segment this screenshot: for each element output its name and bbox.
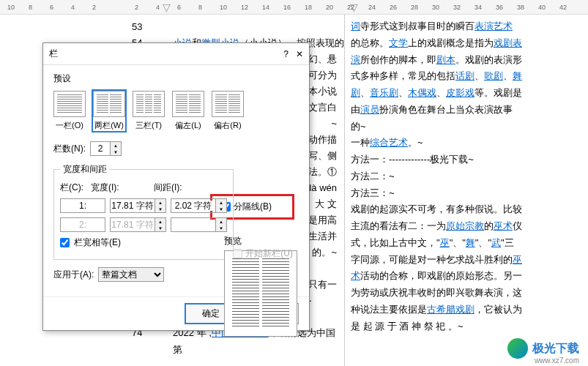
ruler-tick: 10 bbox=[220, 4, 227, 11]
ruler-tick: 40 bbox=[538, 4, 546, 11]
width-spinner: ▲▼ bbox=[110, 217, 166, 232]
ruler-tick: 18 bbox=[305, 4, 312, 11]
ruler-tick: 24 bbox=[368, 4, 376, 11]
separator-label: 分隔线(B) bbox=[234, 201, 272, 213]
preset-偏右(R)[interactable]: 偏右(R) bbox=[212, 91, 244, 131]
ruler-tick: 34 bbox=[475, 4, 482, 11]
ruler-indent-marker[interactable]: ▽ bbox=[163, 1, 171, 13]
document-right-column: 词寺形式这到叔事目时的瞬百表演艺术的总称。文学上的戏剧概念是指为戏剧表演所创作的… bbox=[344, 15, 584, 366]
ruler-tick: 2 bbox=[92, 4, 96, 11]
preset-两栏(W)[interactable]: 两栏(W) bbox=[93, 91, 125, 131]
logo-text: 极光下载 bbox=[532, 341, 579, 356]
ruler-tick: 14 bbox=[262, 4, 269, 11]
width-spinner[interactable]: ▲▼ bbox=[110, 198, 166, 213]
equal-width-checkbox[interactable] bbox=[60, 238, 70, 247]
columns-count-spinner[interactable]: ▲▼ bbox=[90, 141, 122, 156]
gap-spinner[interactable]: ▲▼ bbox=[171, 198, 227, 213]
new-column-label: 开始新栏(U) bbox=[245, 247, 293, 260]
apply-to-label: 应用于(A): bbox=[53, 269, 94, 281]
dialog-title: 栏 bbox=[49, 48, 58, 60]
ruler-tick: 30 bbox=[432, 4, 439, 11]
preset-一栏(O)[interactable]: 一栏(O) bbox=[53, 91, 86, 131]
preview-pane bbox=[224, 250, 297, 337]
ruler-tick: 10 bbox=[7, 4, 15, 11]
preset-三栏(T)[interactable]: 三栏(T) bbox=[133, 91, 165, 131]
ruler-tick: 4 bbox=[156, 4, 160, 11]
ruler-tick: 20 bbox=[326, 4, 333, 11]
logo-icon bbox=[507, 338, 528, 359]
ruler-tick: 6 bbox=[50, 4, 53, 11]
ruler-tick: 4 bbox=[71, 4, 75, 11]
watermark-logo: 极光下载 bbox=[507, 338, 579, 359]
row-num bbox=[60, 217, 105, 232]
columns-count-label: 栏数(N): bbox=[53, 143, 86, 155]
close-button[interactable]: ✕ bbox=[296, 49, 303, 59]
columns-dialog: 栏 ? ✕ 预设 一栏(O)两栏(W)三栏(T)偏左(L)偏右(R) 栏数(N)… bbox=[42, 42, 310, 331]
width-section-label: 宽度和间距 bbox=[60, 163, 110, 176]
apply-to-select[interactable]: 整篇文档 bbox=[98, 267, 164, 282]
spinner-up-icon[interactable]: ▲ bbox=[111, 142, 121, 149]
equal-width-label: 栏宽相等(E) bbox=[74, 236, 121, 249]
ruler-tick: 28 bbox=[411, 4, 418, 11]
ruler-tick: 6 bbox=[177, 4, 181, 11]
help-button[interactable]: ? bbox=[283, 49, 289, 59]
ruler-tick: 8 bbox=[29, 4, 32, 11]
preset-偏左(L)[interactable]: 偏左(L) bbox=[172, 91, 204, 131]
logo-url: www.xz7.com bbox=[535, 356, 579, 365]
ruler-tick: 8 bbox=[198, 4, 202, 11]
ruler-tick: 22 bbox=[347, 4, 354, 11]
gap-header: 间距(I): bbox=[154, 182, 182, 194]
preview-label: 预览 bbox=[224, 235, 297, 247]
ruler-tick: 26 bbox=[390, 4, 397, 11]
row-num bbox=[60, 198, 105, 213]
preset-label: 预设 bbox=[53, 72, 299, 85]
ruler-tick: 16 bbox=[283, 4, 291, 11]
ruler-tick: 38 bbox=[517, 4, 524, 11]
ruler-tick: 42 bbox=[559, 4, 567, 11]
horizontal-ruler: ▽ ▽ 108642246810121416182022242628303234… bbox=[0, 0, 588, 15]
width-header: 宽度(I): bbox=[91, 182, 149, 194]
ruler-tick: 32 bbox=[453, 4, 461, 11]
gap-spinner: ▲▼ bbox=[171, 217, 227, 232]
new-column-checkbox bbox=[233, 249, 242, 258]
ruler-tick: 2 bbox=[135, 4, 138, 11]
ruler-tick: 36 bbox=[496, 4, 503, 11]
columns-count-input[interactable] bbox=[91, 143, 110, 154]
col-header: 栏(C): bbox=[60, 182, 86, 194]
ruler-tick: 12 bbox=[241, 4, 248, 11]
spinner-down-icon[interactable]: ▼ bbox=[111, 149, 121, 155]
